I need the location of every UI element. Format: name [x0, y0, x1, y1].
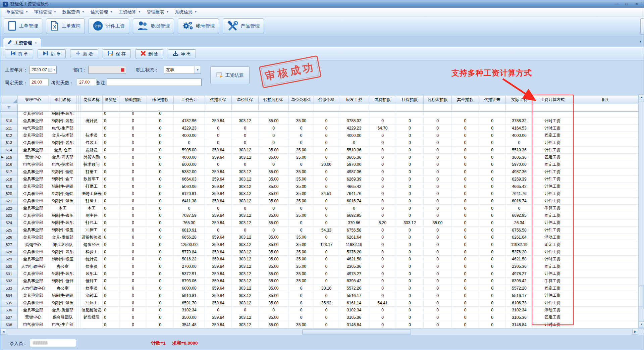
table-cell[interactable]: 铝制件-铜铝: [49, 168, 77, 176]
table-cell[interactable]: 0: [103, 307, 119, 314]
table-cell[interactable]: [572, 285, 638, 292]
table-cell[interactable]: 检验工: [81, 248, 103, 256]
table-cell[interactable]: 0: [103, 314, 119, 321]
table-cell[interactable]: 0: [289, 161, 314, 168]
table-row[interactable]: 515▶营销中心金具-商务部外贸内勤0004000.00359.64303.12…: [0, 154, 638, 161]
table-cell[interactable]: 铝制件-装配: [49, 270, 77, 278]
table-cell[interactable]: 进货检验员: [81, 234, 103, 241]
table-cell[interactable]: 0: [396, 314, 424, 321]
table-cell[interactable]: 0: [314, 263, 339, 270]
column-header[interactable]: 备注: [572, 96, 638, 104]
table-cell[interactable]: 6000.00: [174, 161, 205, 168]
table-cell[interactable]: [572, 147, 638, 154]
table-cell[interactable]: [259, 112, 289, 117]
table-cell[interactable]: 钢制件-金工: [49, 176, 77, 183]
table-cell[interactable]: 0: [479, 168, 506, 176]
table-cell[interactable]: 金具事业部: [18, 248, 49, 256]
table-cell[interactable]: 计件工资: [533, 190, 572, 198]
table-cell[interactable]: 6692.95: [339, 212, 369, 219]
table-cell[interactable]: [572, 248, 638, 256]
table-cell[interactable]: 0: [369, 139, 396, 147]
remark-input[interactable]: [107, 79, 202, 86]
table-cell[interactable]: 0: [289, 314, 314, 321]
fixed-days-input[interactable]: 26.00: [29, 79, 49, 86]
staff-manage-button[interactable]: 职员管理: [133, 18, 174, 34]
table-cell[interactable]: 0: [424, 299, 452, 307]
table-cell[interactable]: 固定工资: [533, 263, 572, 270]
table-cell[interactable]: 0: [103, 278, 119, 285]
table-cell[interactable]: 0: [205, 307, 232, 314]
table-cell[interactable]: [572, 132, 638, 139]
table-cell[interactable]: 54.41: [369, 299, 396, 307]
table-cell[interactable]: 0: [369, 234, 396, 241]
table-cell[interactable]: 35.00: [289, 147, 314, 154]
table-cell[interactable]: 0: [452, 285, 479, 292]
row-indicator[interactable]: 525: [0, 227, 18, 234]
table-cell[interactable]: 35.00: [289, 117, 314, 125]
table-cell[interactable]: 4987.36: [506, 168, 533, 176]
row-indicator[interactable]: 528: [0, 248, 18, 256]
table-cell[interactable]: 0: [424, 117, 452, 125]
table-cell[interactable]: 5770.84: [174, 248, 205, 256]
row-indicator[interactable]: 523: [0, 212, 18, 219]
table-cell[interactable]: 35.00: [259, 183, 289, 190]
table-cell[interactable]: 0: [119, 307, 147, 314]
table-cell[interactable]: [369, 112, 396, 117]
table-cell[interactable]: 0: [396, 285, 424, 292]
table-cell[interactable]: 5372.91: [174, 270, 205, 278]
column-header[interactable]: 部门名称: [49, 96, 77, 104]
table-cell[interactable]: 手算工资: [533, 205, 572, 212]
table-cell[interactable]: 0: [119, 248, 147, 256]
table-cell[interactable]: 营销中心: [18, 314, 49, 321]
table-cell[interactable]: 统计员: [81, 256, 103, 263]
table-cell[interactable]: 0: [147, 227, 174, 234]
filter-cell[interactable]: [232, 104, 259, 112]
table-cell[interactable]: 0: [369, 198, 396, 205]
table-cell[interactable]: 钢制件-装配: [49, 219, 77, 227]
table-cell[interactable]: 4000.00: [174, 154, 205, 161]
table-cell[interactable]: 303.12: [232, 278, 259, 285]
select-all-corner[interactable]: [0, 96, 18, 104]
table-cell[interactable]: 0: [479, 241, 506, 249]
table-cell[interactable]: 8120.91: [174, 190, 205, 198]
table-cell[interactable]: 0: [396, 161, 424, 168]
table-cell[interactable]: 359.64: [205, 176, 232, 183]
table-cell[interactable]: 人力行政中心: [18, 285, 49, 292]
table-cell[interactable]: 35.00: [259, 176, 289, 183]
table-cell[interactable]: 0: [369, 278, 396, 285]
table-cell[interactable]: 金具事业部: [18, 270, 49, 278]
table-cell[interactable]: 销售经理: [81, 314, 103, 321]
table-cell[interactable]: 3102.34: [506, 307, 533, 314]
row-indicator[interactable]: 518: [0, 176, 18, 183]
table-cell[interactable]: 359.64: [205, 321, 232, 329]
table-cell[interactable]: 0: [314, 219, 339, 227]
table-cell[interactable]: 电气事业部: [18, 321, 49, 329]
row-indicator[interactable]: 516: [0, 161, 18, 168]
table-cell[interactable]: 3500.00: [174, 314, 205, 321]
table-cell[interactable]: 0: [314, 205, 339, 212]
table-cell[interactable]: 5905.00: [174, 147, 205, 154]
table-cell[interactable]: 0: [424, 190, 452, 198]
table-cell[interactable]: 0: [289, 285, 314, 292]
table-cell[interactable]: 6810.91: [174, 227, 205, 234]
table-cell[interactable]: 0: [396, 117, 424, 125]
table-cell[interactable]: 35.00: [289, 212, 314, 219]
table-cell[interactable]: 0: [452, 125, 479, 132]
table-cell[interactable]: [81, 112, 103, 117]
table-cell[interactable]: 8793.06: [174, 278, 205, 285]
table-cell[interactable]: 7087.59: [174, 212, 205, 219]
column-header[interactable]: 代缴个税: [314, 96, 339, 104]
table-cell[interactable]: 0: [119, 168, 147, 176]
table-cell[interactable]: 5516.17: [506, 292, 533, 300]
row-indicator[interactable]: 529: [0, 256, 18, 263]
table-cell[interactable]: 0: [479, 117, 506, 125]
table-cell[interactable]: 0: [103, 205, 119, 212]
table-cell[interactable]: 6269.39: [506, 176, 533, 183]
filter-cell[interactable]: [339, 104, 369, 112]
table-cell[interactable]: [572, 154, 638, 161]
table-cell[interactable]: 0: [289, 205, 314, 212]
table-cell[interactable]: 0: [174, 139, 205, 147]
table-cell[interactable]: 359.64: [205, 241, 232, 249]
delete-button[interactable]: 删 除: [135, 49, 163, 58]
table-cell[interactable]: 359.64: [205, 248, 232, 256]
